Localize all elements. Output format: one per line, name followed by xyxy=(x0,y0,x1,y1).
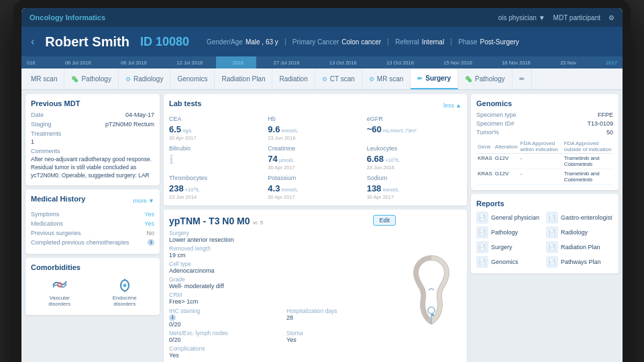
vascular-label: Vasculardisorders xyxy=(48,295,70,307)
colon-image xyxy=(401,215,462,362)
reports-title: Reports xyxy=(476,199,613,208)
report-pathways[interactable]: 📄 Pathways Plan xyxy=(546,256,613,268)
prev-chemo-info[interactable]: ℹ xyxy=(148,239,154,246)
tab-ct-scan[interactable]: ⚙ CT scan xyxy=(315,69,362,89)
reports-grid: 📄 General physician 📄 Gastro-enterologis… xyxy=(476,212,613,268)
pathology-report-icon: 📄 xyxy=(476,226,488,238)
symptoms-value[interactable]: Yes xyxy=(144,211,154,218)
specimen-type-row: Specimen type FFPE xyxy=(476,111,613,118)
tab-pathology-1-label: Pathology xyxy=(81,75,111,83)
tab-more[interactable]: ✏ xyxy=(513,69,532,89)
mdt-date-label: Date xyxy=(31,111,44,118)
medications-value[interactable]: Yes xyxy=(144,220,154,227)
tab-pathology-2[interactable]: 🦠 Pathology xyxy=(458,69,512,89)
meta-gender-age: Gender/Age Male , 63 y xyxy=(200,38,286,46)
ihc-field: IHC staining ℹ 0/20 xyxy=(169,308,278,328)
endocrine-label: Endocrinedisorders xyxy=(113,295,137,307)
lab-title: Lab tests xyxy=(169,99,201,107)
tab-radiation-plan[interactable]: Radiation Plan xyxy=(215,69,272,89)
cancer-value: Colon cancer xyxy=(341,38,381,46)
ihc-label: IHC staining xyxy=(169,308,278,314)
comorbidity-vascular[interactable]: Vasculardisorders xyxy=(48,278,70,307)
patient-id: ID 10080 xyxy=(140,35,189,49)
stoma-value: Yes xyxy=(286,336,396,343)
mets-label: Mets/Exc. lymph nodes xyxy=(169,330,278,336)
mdt-date-row: Date 04-May-17 xyxy=(31,111,154,118)
report-radiology[interactable]: 📄 Radiology xyxy=(546,226,613,238)
tab-ct-scan-label: CT scan xyxy=(330,75,355,83)
prev-surgeries-row: Previous surgeries No xyxy=(31,230,154,236)
genomics-card: Genomics Specimen type FFPE Specimen ID#… xyxy=(471,94,619,190)
mdt-staging-value: pT2N0M0 Rectum xyxy=(105,121,154,128)
tab-radiology[interactable]: ⚙ Radiology xyxy=(119,69,170,89)
tab-genomics-label: Genomics xyxy=(177,75,207,83)
pathways-report-label: Pathways Plan xyxy=(561,259,601,265)
tab-pathology-1[interactable]: 🦠 Pathology xyxy=(64,69,118,89)
endocrine-icon xyxy=(115,278,134,293)
more-link[interactable]: more ▼ xyxy=(133,197,154,204)
previous-mdt-card: Previous MDT Date 04-May-17 Staging pT2N… xyxy=(25,94,160,185)
tab-radiation-label: Radiation xyxy=(279,75,307,83)
pathology-report-label: Pathology xyxy=(491,229,518,236)
less-link[interactable]: less ▲ xyxy=(443,102,462,109)
physician-selector[interactable]: ois physician ▼ xyxy=(498,14,545,21)
previous-mdt-title: Previous MDT xyxy=(31,99,154,107)
report-surgery[interactable]: 📄 Surgery xyxy=(476,241,543,253)
crm-label: CRM xyxy=(169,291,396,298)
mdt-staging-row: Staging pT2N0M0 Rectum xyxy=(31,121,154,128)
report-gastro[interactable]: 📄 Gastro-enterologist xyxy=(546,212,613,224)
hosp-value: 28 xyxy=(286,314,396,321)
timeline-highlight xyxy=(216,56,256,69)
lab-cea: CEA 6.5 ng/L 30 Apr 2017 xyxy=(169,116,264,141)
report-pathology[interactable]: 📄 Pathology xyxy=(476,226,543,238)
tab-mr-scan-1[interactable]: MR scan xyxy=(24,69,64,89)
report-general-physician[interactable]: 📄 General physician xyxy=(476,212,543,224)
treatments-label: Treatments xyxy=(31,130,154,137)
mdt-label: MDT participant xyxy=(553,14,600,21)
tab-radiation[interactable]: Radiation xyxy=(272,69,315,89)
complications-value: Yes xyxy=(169,352,278,359)
report-genomics[interactable]: 📄 Genomics xyxy=(476,256,543,268)
tdate-1: 016 xyxy=(27,60,36,66)
report-radiation-plan[interactable]: 📄 Radiation Plan xyxy=(546,241,613,253)
timeline-dates: 016 06 Jul 2016 06 Jul 2016 12 Jul 2016 … xyxy=(21,60,623,66)
specimen-id-label: Specimen ID# xyxy=(476,120,515,127)
gender-age-value: Male , 63 y xyxy=(246,38,278,46)
mets-value: 0/20 xyxy=(169,336,278,343)
tab-surgery[interactable]: ✏ Surgery xyxy=(411,69,458,89)
lab-hb: Hb 9.6 mmol/L 23 Jun 2016 xyxy=(268,116,362,141)
radiology-icon: ⚙ xyxy=(125,76,131,83)
timeline-inner: 016 06 Jul 2016 06 Jul 2016 12 Jul 2016 … xyxy=(21,56,623,69)
gender-age-label: Gender/Age xyxy=(207,38,243,46)
settings-icon[interactable]: ⚙ xyxy=(608,14,614,21)
col-gene: Gene xyxy=(476,140,494,154)
medical-history-title: Medical History xyxy=(31,195,85,203)
tab-mr-scan-2[interactable]: ⚙ MR scan xyxy=(362,69,411,89)
surgery-card: ypTNM - T3 N0 M0 vr. 5 Edit Surgery Lowe… xyxy=(164,210,467,362)
tumor-value: 50 xyxy=(606,129,613,136)
timeline-bar[interactable]: 016 06 Jul 2016 06 Jul 2016 12 Jul 2016 … xyxy=(21,56,623,69)
comments-text: After neo-adjuvant radiotherapy good res… xyxy=(31,156,154,180)
alt-2: G12V xyxy=(494,169,519,185)
info-icon: ℹ xyxy=(148,239,154,246)
lab-creatinine: Creatinine 74 µmol/L 30 Apr 2017 xyxy=(268,145,362,171)
laptop-frame: Oncology Informatics ois physician ▼ MDT… xyxy=(13,0,631,362)
fda-outside-2: Trametinib and Cobimetinib xyxy=(563,169,613,185)
reports-card: Reports 📄 General physician 📄 Gastro-ent… xyxy=(471,194,619,273)
hosp-field: Hospitalization days 28 xyxy=(286,308,396,328)
col-fda-within: FDA Approved within indication xyxy=(519,140,563,154)
surgery-type-value: Lower anterior resection xyxy=(169,236,396,243)
medical-history-card: Medical History more ▼ Symptoms Yes Medi… xyxy=(25,189,160,254)
tab-genomics[interactable]: Genomics xyxy=(170,69,215,89)
tdate-9: 16 Nov 2016 xyxy=(502,60,531,66)
lab-sodium: Sodium 138 mmol/L 30 Apr 2017 xyxy=(367,175,462,200)
comorbidity-endocrine[interactable]: Endocrinedisorders xyxy=(113,278,137,307)
edit-button[interactable]: Edit xyxy=(373,215,396,226)
phase-value: Post-Surgery xyxy=(480,38,519,46)
tdate-5: 27 Jul 2016 xyxy=(274,60,300,66)
cell-type-field: Cell type Adenocarcinoma xyxy=(169,261,396,274)
tdate-8: 15 Nov 2016 xyxy=(443,60,472,66)
tdate-3: 06 Jul 2016 xyxy=(121,60,147,66)
genomics-report-icon: 📄 xyxy=(476,256,488,268)
back-button[interactable]: ‹ xyxy=(31,36,34,48)
